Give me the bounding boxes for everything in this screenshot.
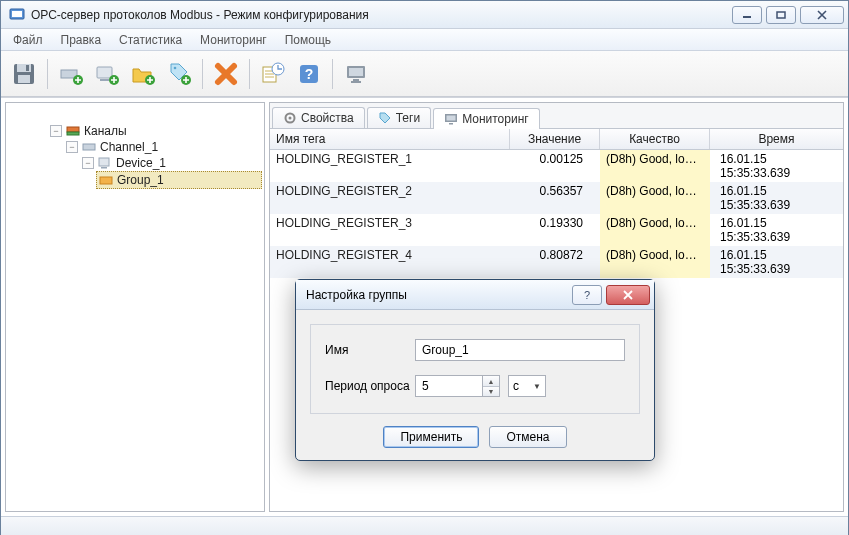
table-header: Имя тега Значение Качество Время: [270, 129, 843, 150]
cell-value: 0.56357: [510, 182, 600, 214]
toolbar: ?: [1, 51, 848, 97]
table-row[interactable]: HOLDING_REGISTER_1 0.00125 (D8h) Good, l…: [270, 150, 843, 182]
svg-rect-33: [447, 116, 456, 121]
menu-edit[interactable]: Правка: [53, 31, 110, 49]
tree-root[interactable]: − Каналы: [48, 123, 262, 139]
svg-rect-28: [101, 167, 107, 169]
cell-quality: (D8h) Good, lo…: [600, 182, 710, 214]
tag-icon: [378, 111, 392, 125]
tree-group-label: Group_1: [117, 173, 164, 187]
tree-channel-label: Channel_1: [100, 140, 158, 154]
svg-point-31: [289, 117, 292, 120]
cell-time: 16.01.15 15:35:33.639: [710, 150, 843, 182]
add-folder-icon[interactable]: [126, 57, 160, 91]
menu-monitoring[interactable]: Мониторинг: [192, 31, 275, 49]
channel-icon: [82, 140, 96, 154]
minus-icon[interactable]: −: [50, 125, 62, 137]
cell-quality: (D8h) Good, lo…: [600, 246, 710, 278]
titlebar: ОРС-сервер протоколов Modbus - Режим кон…: [1, 1, 848, 29]
unit-value: с: [513, 379, 519, 393]
svg-rect-23: [351, 81, 361, 83]
apply-button[interactable]: Применить: [383, 426, 479, 448]
svg-rect-26: [83, 144, 95, 150]
dialog-help-button[interactable]: ?: [572, 285, 602, 305]
period-label: Период опроса: [325, 379, 415, 393]
tab-monitoring-label: Мониторинг: [462, 112, 529, 126]
col-name[interactable]: Имя тега: [270, 129, 510, 149]
dialog-close-button[interactable]: [606, 285, 650, 305]
col-time[interactable]: Время: [710, 129, 843, 149]
dialog-title: Настройка группы: [306, 288, 407, 302]
tree-group[interactable]: Group_1: [96, 171, 262, 189]
tree-root-label: Каналы: [84, 124, 127, 138]
save-icon[interactable]: [7, 57, 41, 91]
svg-rect-29: [100, 177, 112, 184]
close-button[interactable]: [800, 6, 844, 24]
menu-statistics[interactable]: Статистика: [111, 31, 190, 49]
svg-rect-22: [353, 79, 359, 81]
unit-combo[interactable]: с ▼: [508, 375, 546, 397]
tab-tags[interactable]: Теги: [367, 107, 431, 128]
monitor-small-icon: [444, 112, 458, 126]
cell-value: 0.00125: [510, 150, 600, 182]
add-channel-icon[interactable]: [54, 57, 88, 91]
minus-icon[interactable]: −: [66, 141, 78, 153]
svg-rect-34: [449, 123, 453, 125]
add-tag-icon[interactable]: [162, 57, 196, 91]
tab-tags-label: Теги: [396, 111, 420, 125]
menu-help[interactable]: Помощь: [277, 31, 339, 49]
dialog-titlebar: Настройка группы ?: [296, 280, 654, 310]
cell-value: 0.19330: [510, 214, 600, 246]
window-title: ОРС-сервер протоколов Modbus - Режим кон…: [31, 8, 732, 22]
monitor-icon[interactable]: [339, 57, 373, 91]
group-settings-dialog: Настройка группы ? Имя Период опроса ▲ ▼: [295, 279, 655, 461]
cell-value: 0.80872: [510, 246, 600, 278]
cell-time: 16.01.15 15:35:33.639: [710, 246, 843, 278]
tree-channel[interactable]: − Channel_1: [64, 139, 262, 155]
svg-rect-1: [12, 11, 22, 17]
help-icon[interactable]: ?: [292, 57, 326, 91]
cell-name: HOLDING_REGISTER_2: [270, 182, 510, 214]
cell-quality: (D8h) Good, lo…: [600, 150, 710, 182]
table-row[interactable]: HOLDING_REGISTER_4 0.80872 (D8h) Good, l…: [270, 246, 843, 278]
svg-rect-11: [100, 79, 109, 81]
menu-file[interactable]: Файл: [5, 31, 51, 49]
col-quality[interactable]: Качество: [600, 129, 710, 149]
tab-properties[interactable]: Свойства: [272, 107, 365, 128]
svg-rect-10: [97, 67, 112, 78]
table-row[interactable]: HOLDING_REGISTER_3 0.19330 (D8h) Good, l…: [270, 214, 843, 246]
delete-icon[interactable]: [209, 57, 243, 91]
device-icon: [98, 156, 112, 170]
table-row[interactable]: HOLDING_REGISTER_2 0.56357 (D8h) Good, l…: [270, 182, 843, 214]
maximize-button[interactable]: [766, 6, 796, 24]
tab-monitoring[interactable]: Мониторинг: [433, 108, 540, 129]
svg-rect-21: [349, 68, 363, 76]
svg-point-14: [174, 66, 177, 69]
spin-down-icon[interactable]: ▼: [483, 386, 499, 396]
name-input[interactable]: [415, 339, 625, 361]
svg-rect-7: [26, 65, 29, 71]
col-value[interactable]: Значение: [510, 129, 600, 149]
tree-device[interactable]: − Device_1: [80, 155, 262, 171]
svg-rect-24: [67, 127, 79, 132]
chevron-down-icon: ▼: [533, 382, 541, 391]
minimize-button[interactable]: [732, 6, 762, 24]
table-body: HOLDING_REGISTER_1 0.00125 (D8h) Good, l…: [270, 150, 843, 278]
name-label: Имя: [325, 343, 415, 357]
minus-icon[interactable]: −: [82, 157, 94, 169]
svg-rect-6: [18, 75, 30, 83]
spin-up-icon[interactable]: ▲: [483, 376, 499, 386]
cell-name: HOLDING_REGISTER_1: [270, 150, 510, 182]
app-icon: [9, 7, 25, 23]
cell-time: 16.01.15 15:35:33.639: [710, 214, 843, 246]
group-icon: [99, 173, 113, 187]
tab-properties-label: Свойства: [301, 111, 354, 125]
add-device-icon[interactable]: [90, 57, 124, 91]
tree-device-label: Device_1: [116, 156, 166, 170]
svg-rect-25: [67, 132, 79, 135]
period-input[interactable]: [415, 375, 483, 397]
gear-icon: [283, 111, 297, 125]
svg-rect-2: [743, 16, 751, 18]
cancel-button[interactable]: Отмена: [489, 426, 566, 448]
schedule-icon[interactable]: [256, 57, 290, 91]
